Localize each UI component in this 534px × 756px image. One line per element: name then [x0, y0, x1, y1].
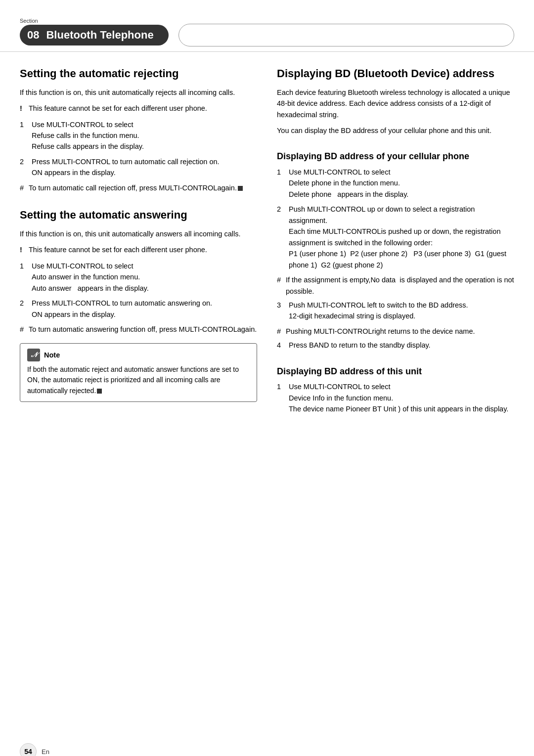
step-number-1: 1 [20, 119, 28, 152]
bd-cellular-step-2: 2 Push MULTI-CONTROL up or down to selec… [277, 204, 514, 270]
main-content: Setting the automatic rejecting If this … [0, 57, 534, 440]
bd-unit-step-content-1: Use MULTI-CONTROL to select Device Info … [289, 381, 514, 414]
auto-answer-hash-note: To turn automatic answering function off… [20, 324, 257, 335]
step-number-2: 2 [20, 156, 28, 178]
bd-unit-step-1: 1 Use MULTI-CONTROL to select Device Inf… [277, 381, 514, 414]
section-number: 08 [27, 29, 39, 42]
page-footer: 54 En [20, 743, 49, 756]
section-title: Bluetooth Telephone [46, 29, 153, 42]
bd-cellular-step-content-3: Push MULTI-CONTROL left to switch to the… [289, 300, 514, 322]
auto-reject-heading: Setting the automatic rejecting [20, 67, 257, 81]
page: Section 08 Bluetooth Telephone Setting t… [0, 14, 534, 756]
auto-reject-section: Setting the automatic rejecting If this … [20, 67, 257, 193]
end-mark-2 [97, 389, 102, 394]
bd-address-intro-1: Each device featuring Bluetooth wireless… [277, 87, 514, 120]
bd-cellular-heading: Displaying BD address of your cellular p… [277, 151, 514, 162]
bd-cellular-step-4: 4 Press BAND to return to the standby di… [277, 340, 514, 351]
section-label: Section [20, 18, 38, 24]
auto-reject-step-1: 1 Use MULTI-CONTROL to select Refuse cal… [20, 119, 257, 152]
bd-address-intro-2: You can display the BD address of your c… [277, 125, 514, 136]
bd-address-section: Displaying BD (Bluetooth Device) address… [277, 67, 514, 136]
auto-reject-hash-note: To turn automatic call rejection off, pr… [20, 182, 257, 193]
right-column: Displaying BD (Bluetooth Device) address… [277, 67, 514, 430]
bd-cellular-hash-2: Pushing MULTI-CONTROLright returns to th… [277, 326, 514, 337]
bd-cellular-step-number-4: 4 [277, 340, 285, 351]
auto-reject-intro: If this function is on, this unit automa… [20, 87, 257, 98]
auto-reject-step-2: 2 Press MULTI-CONTROL to turn automatic … [20, 156, 257, 178]
bd-cellular-step-3: 3 Push MULTI-CONTROL left to switch to t… [277, 300, 514, 322]
note-box: 𝒩 Note If both the automatic reject and … [20, 343, 257, 402]
bd-unit-section: Displaying BD address of this unit 1 Use… [277, 366, 514, 415]
auto-answer-step-content-2: Press MULTI-CONTROL to turn automatic an… [32, 298, 257, 320]
bd-cellular-step-1: 1 Use MULTI-CONTROL to select Delete pho… [277, 167, 514, 200]
note-box-text: If both the automatic reject and automat… [27, 364, 250, 397]
bd-unit-heading: Displaying BD address of this unit [277, 366, 514, 377]
footer-lang: En [42, 748, 49, 756]
page-header: 08 Bluetooth Telephone [0, 14, 534, 52]
section-badge: 08 Bluetooth Telephone [20, 25, 169, 45]
auto-answer-section: Setting the automatic answering If this … [20, 208, 257, 401]
auto-answer-heading: Setting the automatic answering [20, 208, 257, 222]
bd-cellular-step-content-2: Push MULTI-CONTROL up or down to select … [289, 204, 514, 270]
step-content-2: Press MULTI-CONTROL to turn automatic ca… [32, 156, 257, 178]
auto-answer-step-content-1: Use MULTI-CONTROL to select Auto answer … [32, 261, 257, 294]
bd-cellular-step-content-4: Press BAND to return to the standby disp… [289, 340, 514, 351]
note-box-header: 𝒩 Note [27, 349, 250, 361]
auto-answer-intro: If this function is on, this unit automa… [20, 228, 257, 239]
bd-unit-step-number-1: 1 [277, 381, 285, 414]
bd-cellular-section: Displaying BD address of your cellular p… [277, 151, 514, 351]
header-right-area [178, 24, 514, 46]
auto-answer-step-1: 1 Use MULTI-CONTROL to select Auto answe… [20, 261, 257, 294]
note-box-label: Note [44, 351, 60, 359]
auto-answer-step-number-2: 2 [20, 298, 28, 320]
bd-cellular-hash-1: If the assignment is empty,No data is di… [277, 274, 514, 297]
bd-cellular-step-number-1: 1 [277, 167, 285, 200]
auto-answer-step-2: 2 Press MULTI-CONTROL to turn automatic … [20, 298, 257, 320]
bd-cellular-step-content-1: Use MULTI-CONTROL to select Delete phone… [289, 167, 514, 200]
bd-cellular-step-number-3: 3 [277, 300, 285, 322]
left-column: Setting the automatic rejecting If this … [20, 67, 257, 430]
page-number: 54 [20, 743, 37, 756]
auto-answer-step-number-1: 1 [20, 261, 28, 294]
note-icon: 𝒩 [27, 349, 40, 361]
bd-cellular-step-number-2: 2 [277, 204, 285, 270]
auto-reject-note-exclamation: This feature cannot be set for each diff… [20, 103, 257, 114]
auto-answer-note-exclamation: This feature cannot be set for each diff… [20, 244, 257, 255]
step-content-1: Use MULTI-CONTROL to select Refuse calls… [32, 119, 257, 152]
end-mark-1 [238, 186, 243, 191]
bd-address-heading: Displaying BD (Bluetooth Device) address [277, 67, 514, 81]
